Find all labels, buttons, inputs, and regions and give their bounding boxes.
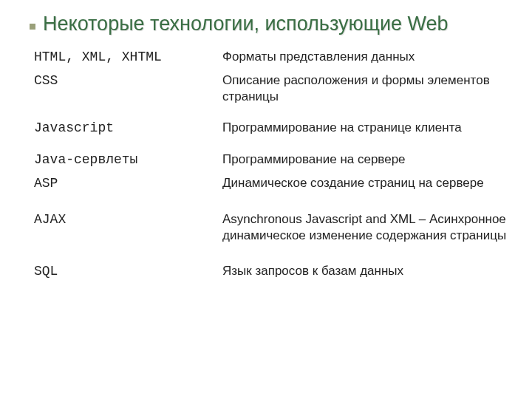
tech-desc: Форматы представления данных <box>222 49 510 65</box>
tech-name: HTML, XML, XHTML <box>34 49 222 66</box>
tech-name: CSS <box>34 72 222 89</box>
tech-name: Javascript <box>34 120 222 137</box>
slide-title: Некоторые технологии, использующие Web <box>43 13 449 35</box>
table-row: Javascript Программирование на странице … <box>34 120 510 137</box>
tech-name: AJAX <box>34 211 222 228</box>
title-bullet-icon <box>30 24 35 30</box>
tech-desc: Asynchronous Javascript and XML – Асинхр… <box>222 211 510 244</box>
tech-name: ASP <box>34 175 222 192</box>
table-row: SQL Язык запросов к базам данных <box>34 263 510 280</box>
table-row: CSS Описание расположения и формы элемен… <box>34 72 510 105</box>
table-row: ASP Динамическое создание страниц на сер… <box>34 175 510 192</box>
tech-desc: Динамическое создание страниц на сервере <box>222 175 510 191</box>
tech-name: Java-сервлеты <box>34 151 222 168</box>
table-row: AJAX Asynchronous Javascript and XML – А… <box>34 211 510 244</box>
title-row: Некоторые технологии, использующие Web <box>30 13 510 35</box>
table-row: Java-сервлеты Программирование на сервер… <box>34 151 510 168</box>
tech-desc: Описание расположения и формы элементов … <box>222 72 510 105</box>
tech-table: HTML, XML, XHTML Форматы представления д… <box>34 49 510 280</box>
tech-desc: Язык запросов к базам данных <box>222 263 510 279</box>
tech-name: SQL <box>34 263 222 280</box>
table-row: HTML, XML, XHTML Форматы представления д… <box>34 49 510 66</box>
tech-desc: Программирование на сервере <box>222 151 510 168</box>
slide: Некоторые технологии, использующие Web H… <box>0 0 532 399</box>
tech-desc: Программирование на странице клиента <box>222 120 510 136</box>
